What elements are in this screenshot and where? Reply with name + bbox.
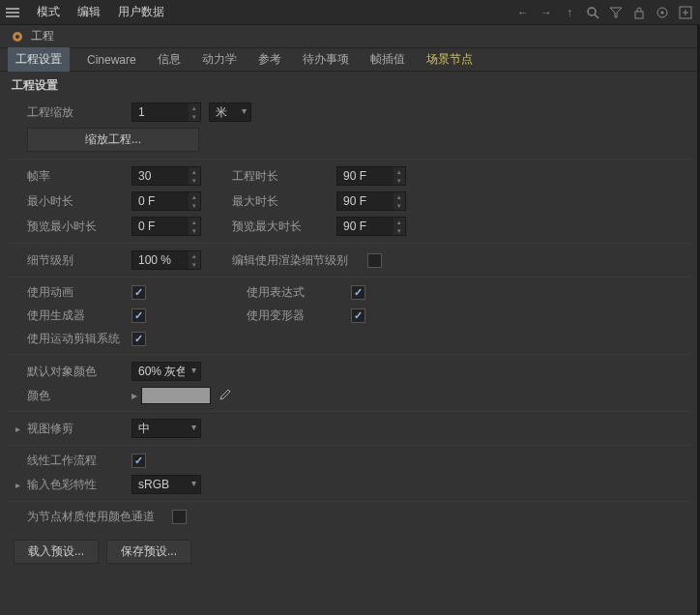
spinner-min[interactable]: ▴▾ (189, 192, 200, 210)
nav-up-icon[interactable]: ↑ (561, 4, 578, 21)
spinner-pmin[interactable]: ▴▾ (189, 218, 200, 235)
menubar: 模式 编辑 用户数据 ← → ↑ (0, 0, 700, 25)
label-use-gen: 使用生成器 (27, 308, 131, 324)
spinner-project-scale[interactable]: ▴▾ (189, 103, 200, 121)
spinner-lod[interactable]: ▴▾ (189, 251, 200, 269)
svg-rect-2 (635, 12, 643, 18)
tab-scene-node[interactable]: 场景节点 (423, 47, 477, 72)
tab-project-settings[interactable]: 工程设置 (8, 47, 70, 72)
label-render-lod: 编辑使用渲染细节级别 (232, 252, 367, 269)
label-max-duration: 最大时长 (232, 193, 336, 210)
label-view-clip: 视图修剪 (27, 421, 131, 437)
select-input-color[interactable]: sRGB (131, 475, 201, 494)
nav-fwd-icon[interactable]: → (538, 4, 555, 21)
project-icon (10, 29, 25, 44)
tab-cineware[interactable]: Cineware (83, 49, 140, 71)
label-duration: 工程时长 (232, 168, 336, 185)
lock-icon[interactable] (630, 4, 648, 21)
tab-bar: 工程设置 Cineware 信息 动力学 参考 待办事项 帧插值 场景节点 (0, 48, 700, 72)
spinner-max[interactable]: ▴▾ (394, 192, 405, 210)
label-input-color: 输入色彩特性 (27, 477, 131, 493)
tab-info[interactable]: 信息 (154, 47, 185, 72)
tab-dynamics[interactable]: 动力学 (198, 47, 241, 72)
expand-input-color-icon[interactable]: ▸ (15, 480, 27, 490)
checkbox-node-material-color[interactable] (172, 510, 187, 524)
tab-frame-interp[interactable]: 帧插值 (366, 47, 409, 72)
checkbox-use-gen[interactable] (131, 308, 146, 323)
menu-edit[interactable]: 编辑 (70, 0, 108, 24)
spinner-pmax[interactable]: ▴▾ (394, 218, 405, 235)
svg-line-1 (595, 15, 598, 18)
label-use-anim: 使用动画 (27, 284, 131, 301)
search-icon[interactable] (584, 4, 601, 21)
select-view-clip[interactable]: 中 (131, 419, 201, 438)
checkbox-linear-workflow[interactable] (131, 454, 146, 468)
scale-project-button[interactable]: 缩放工程... (27, 128, 199, 152)
expand-color-icon[interactable]: ▸ (131, 389, 137, 402)
spinner-duration[interactable]: ▴▾ (394, 167, 405, 185)
color-swatch[interactable] (141, 387, 211, 404)
window-title: 工程 (31, 28, 54, 44)
label-linear-workflow: 线性工作流程 (27, 453, 131, 469)
label-preview-max: 预览最大时长 (232, 219, 336, 235)
menu-mode[interactable]: 模式 (29, 0, 68, 24)
checkbox-use-motion[interactable] (131, 332, 146, 346)
checkbox-use-expr[interactable] (351, 285, 365, 300)
select-default-color[interactable]: 60% 灰色 (131, 362, 201, 381)
tab-todo[interactable]: 待办事项 (299, 47, 353, 72)
section-title: 工程设置 (0, 72, 700, 96)
filter-icon[interactable] (607, 4, 625, 21)
eyedropper-icon[interactable] (217, 388, 232, 403)
label-min-duration: 最小时长 (27, 193, 131, 210)
hamburger-icon[interactable] (4, 4, 21, 21)
add-panel-icon[interactable] (677, 4, 694, 21)
label-node-material-color: 为节点材质使用颜色通道 (27, 509, 172, 525)
save-preset-button[interactable]: 保存预设... (106, 540, 191, 564)
svg-point-0 (588, 8, 596, 15)
svg-point-4 (661, 11, 664, 14)
label-default-color-mode: 默认对象颜色 (27, 364, 131, 380)
label-lod: 细节级别 (27, 252, 131, 269)
checkbox-use-anim[interactable] (131, 285, 146, 300)
label-use-deform: 使用变形器 (247, 308, 351, 324)
load-preset-button[interactable]: 载入预设... (14, 540, 99, 564)
nav-back-icon[interactable]: ← (514, 4, 532, 21)
expand-view-clip-icon[interactable]: ▸ (15, 424, 27, 434)
checkbox-use-deform[interactable] (351, 308, 365, 323)
target-icon[interactable] (654, 4, 671, 21)
label-preview-min: 预览最小时长 (27, 219, 131, 235)
label-use-motion: 使用运动剪辑系统 (27, 331, 131, 347)
svg-point-9 (15, 35, 19, 39)
label-fps: 帧率 (27, 168, 131, 185)
tab-reference[interactable]: 参考 (254, 47, 285, 72)
settings-panel: 工程缩放 ▴▾ 米 缩放工程... 帧率 ▴▾ 工程时长 ▴▾ 最小时长 ▴▾ (0, 96, 700, 532)
label-project-scale: 工程缩放 (27, 104, 131, 121)
spinner-fps[interactable]: ▴▾ (189, 167, 200, 185)
label-color: 颜色 (27, 388, 131, 404)
select-unit[interactable]: 米 (209, 102, 251, 122)
window-title-bar: 工程 (0, 25, 700, 48)
menu-userdata[interactable]: 用户数据 (110, 0, 172, 24)
label-use-expr: 使用表达式 (247, 284, 351, 301)
checkbox-render-lod[interactable] (367, 253, 382, 268)
